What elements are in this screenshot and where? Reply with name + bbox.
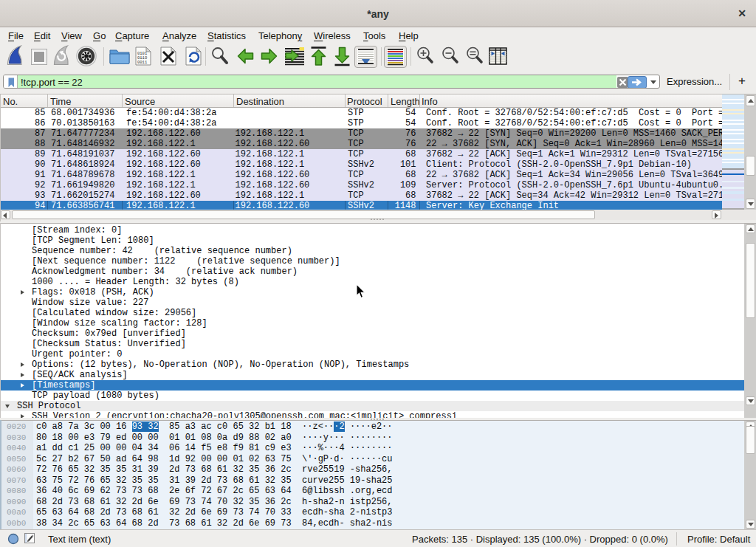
svg-text:0011: 0011 — [137, 60, 148, 65]
